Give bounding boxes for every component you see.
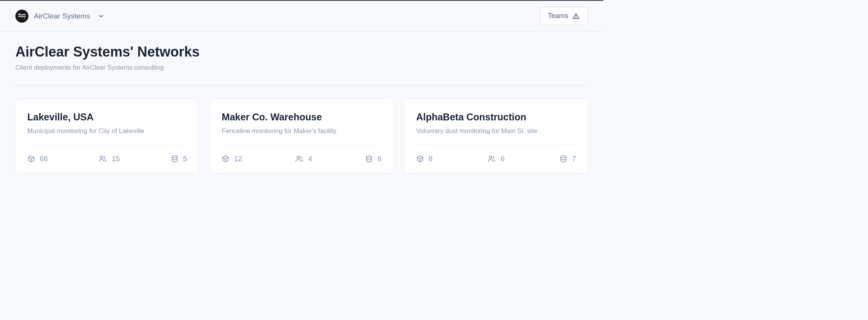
database-icon	[559, 155, 567, 163]
card-title: Maker Co. Warehouse	[222, 112, 381, 123]
card-stats: 8 6	[416, 155, 576, 163]
section-divider	[15, 85, 588, 86]
network-card[interactable]: AlphaBeta Construction Voluntary dust mo…	[404, 100, 588, 173]
cube-icon	[222, 155, 229, 163]
stat-devices: 8	[416, 155, 433, 163]
stat-devices: 12	[222, 155, 242, 163]
svg-point-8	[489, 156, 492, 158]
users-icon	[295, 155, 304, 163]
stat-databases: 5	[171, 155, 187, 163]
stat-value: 4	[308, 155, 312, 163]
page-title: AirClear Systems' Networks	[15, 44, 588, 60]
card-divider	[416, 146, 576, 146]
stat-value: 68	[40, 155, 48, 163]
org-selector[interactable]: AirClear Systems	[15, 10, 104, 23]
stat-value: 8	[429, 155, 433, 163]
svg-point-0	[19, 13, 20, 14]
org-name-label: AirClear Systems	[34, 12, 90, 20]
stat-value: 12	[234, 155, 242, 163]
svg-point-4	[100, 156, 103, 158]
stat-users: 6	[487, 155, 505, 163]
card-description: Municipal monitoring for City of Lakevil…	[27, 127, 187, 135]
card-title: Lakeville, USA	[27, 112, 187, 123]
stat-databases: 6	[365, 155, 382, 163]
card-stats: 12 4	[222, 155, 381, 163]
warning-icon	[572, 12, 580, 20]
main-content: AirClear Systems' Networks Client deploy…	[0, 32, 603, 186]
database-icon	[365, 155, 373, 163]
network-card[interactable]: Lakeville, USA Municipal monitoring for …	[15, 100, 199, 173]
svg-point-1	[24, 17, 25, 18]
app-header: AirClear Systems Teams	[0, 1, 603, 32]
org-logo	[15, 10, 28, 23]
card-stats: 68 15	[27, 155, 187, 163]
card-divider	[27, 146, 187, 146]
card-title: AlphaBeta Construction	[416, 112, 576, 123]
svg-point-9	[561, 156, 566, 158]
stat-users: 4	[295, 155, 312, 163]
teams-button-label: Teams	[548, 12, 568, 20]
stat-users: 15	[98, 155, 120, 163]
svg-point-6	[297, 156, 299, 158]
users-icon	[98, 155, 107, 163]
teams-button[interactable]: Teams	[540, 7, 588, 25]
card-description: Fenceline monitoring for Maker's facilit…	[222, 127, 381, 135]
users-icon	[487, 155, 496, 163]
stat-value: 5	[183, 155, 187, 163]
database-icon	[171, 155, 179, 163]
svg-point-3	[576, 17, 576, 18]
page-subtitle: Client deployments for AirClear Systems …	[15, 64, 588, 72]
network-cards-grid: Lakeville, USA Municipal monitoring for …	[15, 100, 588, 173]
stat-databases: 7	[559, 155, 576, 163]
stat-value: 6	[501, 155, 505, 163]
card-divider	[222, 146, 381, 146]
chevron-down-icon	[98, 13, 104, 19]
stat-value: 7	[572, 155, 576, 163]
cube-icon	[27, 155, 35, 163]
network-card[interactable]: Maker Co. Warehouse Fenceline monitoring…	[210, 100, 393, 173]
stat-devices: 68	[27, 155, 48, 163]
card-description: Voluntary dust monitoring for Main St. s…	[416, 127, 576, 135]
cube-icon	[416, 155, 424, 163]
stat-value: 6	[377, 155, 382, 163]
stat-value: 15	[112, 155, 120, 163]
svg-point-5	[172, 156, 177, 158]
svg-point-7	[367, 156, 372, 158]
